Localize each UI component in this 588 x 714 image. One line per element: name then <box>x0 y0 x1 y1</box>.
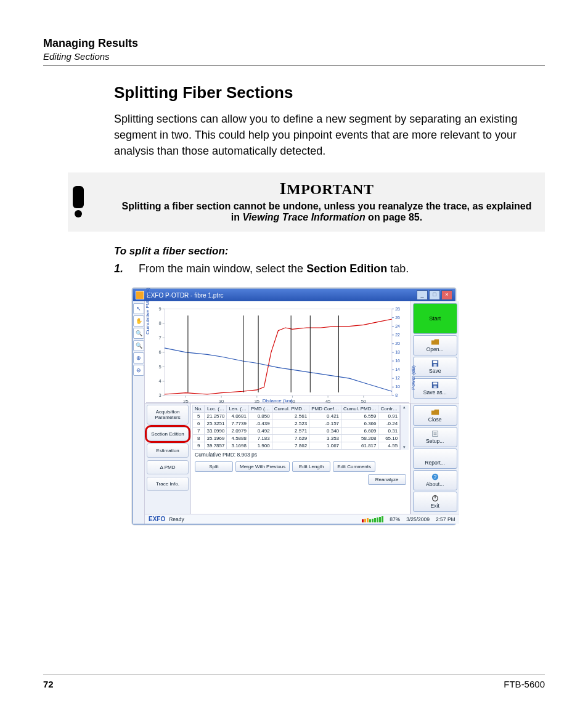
cell: 35.1969 <box>205 435 227 442</box>
app-icon <box>136 291 144 299</box>
cell: 61.817 <box>341 442 378 450</box>
cell: -0.157 <box>309 420 341 428</box>
cell: 5 <box>193 413 205 420</box>
tab-section-edition[interactable]: Section Edition <box>147 427 189 441</box>
page-number: 72 <box>43 679 54 689</box>
cell: 21.2570 <box>205 413 227 420</box>
zoom-select-tool-2[interactable]: 🔍 <box>133 340 144 351</box>
svg-text:50: 50 <box>361 399 366 404</box>
x-axis-label: Distance (km) <box>263 398 293 404</box>
side-button-label: Open... <box>427 346 444 352</box>
cell: 6.366 <box>341 420 378 428</box>
titlebar: EXFO P-OTDR - fibre 1.ptrc _ □ × <box>133 289 455 301</box>
svg-text:12: 12 <box>395 376 400 381</box>
step-1: 1. From the main window, select the Sect… <box>114 262 545 275</box>
vertical-toolbar: ↖ ✋ 🔍 🔍 ⊕ ⊖ <box>133 301 145 524</box>
open--button[interactable]: Open... <box>413 335 457 355</box>
cell: 7.7739 <box>227 420 249 428</box>
running-head-section: Editing Sections <box>43 51 545 62</box>
cell: 0.850 <box>248 413 272 420</box>
y2-axis-label: Power (dB) <box>410 365 416 390</box>
battery-icon <box>362 516 383 522</box>
svg-text:25: 25 <box>183 399 188 404</box>
highlight-ring <box>145 425 190 443</box>
svg-rect-61 <box>433 383 437 384</box>
table-scrollbar[interactable]: ▴▾ <box>400 405 409 450</box>
trace-chart[interactable]: 2530354045509876543282624222018161412108… <box>146 304 409 403</box>
window-title: EXFO P-OTDR - fibre 1.ptrc <box>147 292 223 299</box>
table-row[interactable]: 835.19694.58887.1837.6293.35358.20865.10 <box>193 435 400 442</box>
cell: 6.609 <box>341 428 378 435</box>
data-panel: No.Loc. (…Len. (…PMD (…Cumul. PMD…PMD Co… <box>191 404 410 514</box>
left-tab-list: Acquisition ParametersSection EditionEst… <box>145 404 191 514</box>
product-code: FTB-5600 <box>504 679 545 689</box>
cell: 0.421 <box>309 413 341 420</box>
tab-pmd[interactable]: Δ PMD <box>147 460 189 474</box>
table-row[interactable]: 939.78573.16981.9007.8621.06761.8174.55 <box>193 442 400 450</box>
statusbar: EXFO Ready 87% 3/25/2009 <box>145 514 459 524</box>
tab-estimation[interactable]: Estimation <box>147 444 189 458</box>
split-button[interactable]: Split <box>195 461 233 472</box>
setup--button[interactable]: Setup... <box>413 427 457 447</box>
page-footer: 72 FTB-5600 <box>43 675 545 689</box>
zoom-out-tool[interactable]: ⊖ <box>133 365 144 376</box>
cell: 6.559 <box>341 413 378 420</box>
edit-length-button[interactable]: Edit Length <box>292 461 330 472</box>
cell: -0.439 <box>248 420 272 428</box>
cell: 9 <box>193 442 205 450</box>
cell: 58.208 <box>341 435 378 442</box>
svg-text:3: 3 <box>158 393 161 399</box>
table-row[interactable]: 625.32517.7739-0.4392.523-0.1576.366-0.2… <box>193 420 400 428</box>
exit-button[interactable]: Exit <box>413 492 457 512</box>
cell: 39.7857 <box>205 442 227 450</box>
brand-label: EXFO <box>149 516 165 522</box>
cell: 0.31 <box>378 428 400 435</box>
battery-percent: 87% <box>390 516 400 522</box>
cell: 4.55 <box>378 442 400 450</box>
status-time: 2:57 PM <box>436 516 455 522</box>
merge-with-previous-button[interactable]: Merge With Previous <box>235 461 290 472</box>
pointer-tool[interactable]: ↖ <box>133 303 144 314</box>
tab-trace-info[interactable]: Trace Info. <box>147 477 189 491</box>
close-button[interactable]: Close <box>413 405 457 426</box>
cell: 33.0990 <box>205 428 227 435</box>
cell: 2.571 <box>272 428 309 435</box>
cell: 7.862 <box>272 442 309 450</box>
svg-text:9: 9 <box>158 306 161 312</box>
svg-text:18: 18 <box>395 350 400 354</box>
cell: 4.0681 <box>227 413 249 420</box>
reanalyze-button[interactable]: Reanalyze <box>368 474 406 485</box>
header-rule <box>43 65 545 66</box>
table-row[interactable]: 733.09902.09790.4922.5710.3406.6090.31 <box>193 428 400 435</box>
svg-rect-59 <box>433 364 436 367</box>
save-button[interactable]: Save <box>413 357 457 377</box>
important-title: IMPORTANT <box>120 179 534 198</box>
cell: 65.10 <box>378 435 400 442</box>
start-button[interactable]: Start <box>413 303 457 334</box>
close-button[interactable]: × <box>441 290 452 300</box>
cell: 25.3251 <box>205 420 227 428</box>
side-button-label: Close <box>428 416 442 423</box>
hand-tool[interactable]: ✋ <box>133 315 144 327</box>
important-text: Splitting a fiber section cannot be undo… <box>120 201 534 223</box>
minimize-button[interactable]: _ <box>417 290 428 300</box>
about--button[interactable]: ?About... <box>413 470 457 490</box>
zoom-in-tool[interactable]: ⊕ <box>133 352 144 363</box>
svg-text:8: 8 <box>158 320 161 326</box>
zoom-select-tool[interactable]: 🔍 <box>133 328 144 339</box>
table-row[interactable]: 521.25704.06810.8502.5610.4216.5590.91 <box>193 413 400 420</box>
svg-rect-58 <box>433 361 437 363</box>
edit-comments-button[interactable]: Edit Comments <box>333 461 375 472</box>
svg-text:45: 45 <box>325 399 330 404</box>
svg-text:24: 24 <box>395 324 400 328</box>
important-callout: IMPORTANT Splitting a fiber section cann… <box>68 172 545 232</box>
cell: 0.340 <box>309 428 341 435</box>
svg-text:26: 26 <box>395 315 400 320</box>
maximize-button[interactable]: □ <box>429 290 440 300</box>
report--button[interactable]: Report... <box>413 448 457 469</box>
side-button-panel: StartOpen...SaveSave as... <box>410 301 459 403</box>
sections-table[interactable]: No.Loc. (…Len. (…PMD (…Cumul. PMD…PMD Co… <box>192 405 400 450</box>
action-button-row: SplitMerge With PreviousEdit LengthEdit … <box>192 460 409 488</box>
save-as--button[interactable]: Save as... <box>413 378 457 399</box>
svg-text:10: 10 <box>395 385 400 389</box>
